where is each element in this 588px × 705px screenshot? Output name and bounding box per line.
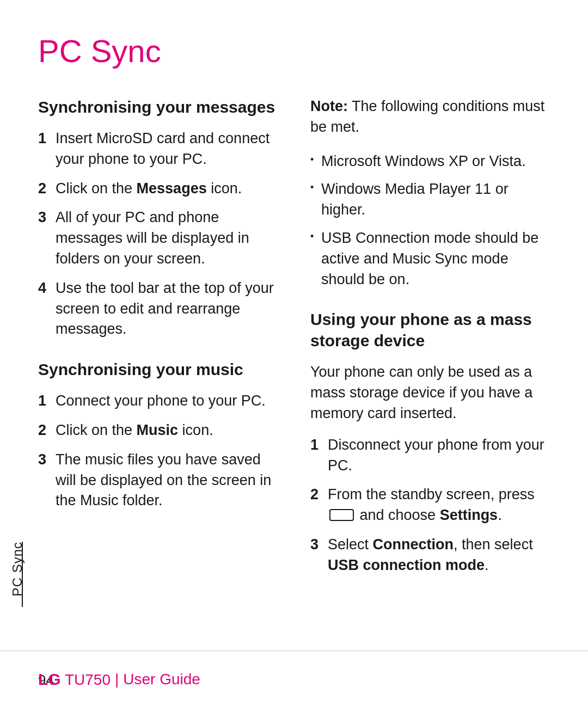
bullet-dot: • bbox=[310, 230, 321, 243]
list-item: 1 Insert MicroSD card and connect your p… bbox=[38, 128, 278, 170]
list-text: Insert MicroSD card and connect your pho… bbox=[56, 128, 278, 170]
bullet-text: USB Connection mode should be active and… bbox=[321, 228, 550, 290]
sidebar-line bbox=[22, 542, 23, 607]
bold-messages: Messages bbox=[137, 180, 207, 197]
list-item: 3 The music files you have saved will be… bbox=[38, 450, 278, 511]
footer-content: LG TU750 | User Guide bbox=[38, 670, 550, 689]
bullet-text: Microsoft Windows XP or Vista. bbox=[321, 151, 550, 172]
page-container: PC Sync Synchronising your messages 1 In… bbox=[0, 0, 588, 705]
footer: LG TU750 | User Guide bbox=[0, 651, 588, 705]
list-text: Select Connection, then select USB conne… bbox=[328, 535, 550, 576]
list-text: The music files you have saved will be d… bbox=[56, 450, 278, 511]
bullet-dot: • bbox=[310, 181, 321, 194]
list-item: 4 Use the tool bar at the top of your sc… bbox=[38, 278, 278, 340]
sync-messages-title: Synchronising your messages bbox=[38, 96, 278, 118]
list-item: 3 Select Connection, then select USB con… bbox=[310, 535, 550, 576]
bullet-dot: • bbox=[310, 153, 321, 167]
mass-storage-title: Using your phone as a mass storage devic… bbox=[310, 309, 550, 351]
list-number: 2 bbox=[38, 420, 56, 441]
note-block: Note: The following conditions must be m… bbox=[310, 96, 550, 138]
content-columns: Synchronising your messages 1 Insert Mic… bbox=[38, 96, 550, 595]
bullet-text: Windows Media Player 11 or higher. bbox=[321, 179, 550, 220]
list-number: 1 bbox=[38, 128, 56, 149]
note-label: Note: bbox=[310, 98, 348, 114]
list-item: • Microsoft Windows XP or Vista. bbox=[310, 151, 550, 172]
footer-separator: | bbox=[115, 671, 119, 688]
list-text: Connect your phone to your PC. bbox=[56, 391, 278, 412]
page-title: PC Sync bbox=[38, 33, 550, 69]
list-number: 3 bbox=[310, 535, 328, 555]
sync-music-list: 1 Connect your phone to your PC. 2 Click… bbox=[38, 391, 278, 511]
list-number: 1 bbox=[310, 435, 328, 456]
bullet-list: • Microsoft Windows XP or Vista. • Windo… bbox=[310, 151, 550, 290]
list-number: 3 bbox=[38, 450, 56, 470]
bold-usb-mode: USB connection mode bbox=[328, 557, 485, 573]
list-item: 2 Click on the Music icon. bbox=[38, 420, 278, 441]
list-text: Disconnect your phone from your PC. bbox=[328, 435, 550, 476]
list-text: From the standby screen, press and choos… bbox=[328, 485, 550, 526]
list-item: 1 Connect your phone to your PC. bbox=[38, 391, 278, 412]
list-number: 3 bbox=[38, 207, 56, 228]
list-text: Click on the Messages icon. bbox=[56, 179, 278, 199]
list-item: 2 Click on the Messages icon. bbox=[38, 179, 278, 199]
list-number: 2 bbox=[310, 485, 328, 505]
bold-music: Music bbox=[137, 422, 179, 438]
list-item: • USB Connection mode should be active a… bbox=[310, 228, 550, 290]
sync-messages-list: 1 Insert MicroSD card and connect your p… bbox=[38, 128, 278, 340]
list-text: Click on the Music icon. bbox=[56, 420, 278, 441]
list-text: All of your PC and phone messages will b… bbox=[56, 207, 278, 269]
list-item: • Windows Media Player 11 or higher. bbox=[310, 179, 550, 220]
left-column: Synchronising your messages 1 Insert Mic… bbox=[38, 96, 278, 595]
bold-settings: Settings bbox=[440, 507, 498, 523]
list-item: 1 Disconnect your phone from your PC. bbox=[310, 435, 550, 476]
menu-button-icon bbox=[329, 509, 354, 521]
mass-storage-list: 1 Disconnect your phone from your PC. 2 … bbox=[310, 435, 550, 576]
list-text: Use the tool bar at the top of your scre… bbox=[56, 278, 278, 340]
footer-brand: LG TU750 bbox=[38, 670, 111, 689]
right-column: Note: The following conditions must be m… bbox=[310, 96, 550, 595]
list-item: 3 All of your PC and phone messages will… bbox=[38, 207, 278, 269]
list-number: 1 bbox=[38, 391, 56, 412]
bold-connection: Connection bbox=[373, 536, 454, 553]
list-number: 2 bbox=[38, 179, 56, 199]
list-number: 4 bbox=[38, 278, 56, 299]
sync-music-title: Synchronising your music bbox=[38, 359, 278, 380]
mass-storage-body: Your phone can only be used as a mass st… bbox=[310, 362, 550, 424]
list-item: 2 From the standby screen, press and cho… bbox=[310, 485, 550, 526]
footer-guide-text: User Guide bbox=[123, 671, 200, 688]
footer-lg-text: LG bbox=[38, 670, 61, 688]
